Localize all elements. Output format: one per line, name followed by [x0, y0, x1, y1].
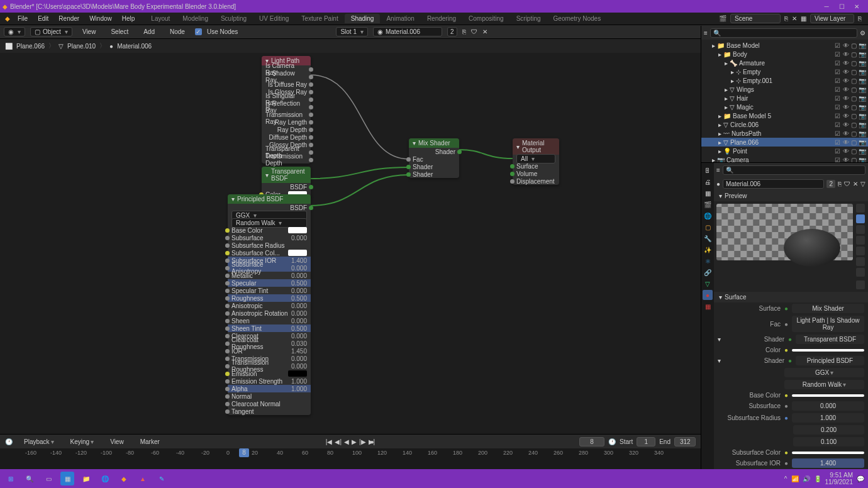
- play-rev-icon[interactable]: ◀: [344, 438, 349, 445]
- preview-section-header[interactable]: ▾ Preview: [714, 191, 868, 201]
- pv-fluid[interactable]: [856, 268, 865, 277]
- timeline-type-icon[interactable]: 🕐: [5, 438, 13, 445]
- jump-start-icon[interactable]: |◀: [326, 438, 333, 445]
- tab-particle[interactable]: ✨: [703, 245, 713, 255]
- tray-battery-icon[interactable]: 🔋: [814, 475, 821, 482]
- tray-up-icon[interactable]: ^: [784, 475, 787, 482]
- tree-row[interactable]: ▸📁Base Model 5☑👁▢📷: [701, 111, 868, 120]
- scene-input[interactable]: [730, 14, 781, 23]
- props-search[interactable]: 🔍: [723, 165, 865, 175]
- param-row[interactable]: Roughness0.500: [228, 294, 311, 302]
- param-row[interactable]: Subsurface Col...: [228, 249, 311, 257]
- tree-row[interactable]: ▸▽Plane.066☑👁▢📷: [701, 138, 868, 147]
- shader-value[interactable]: Principled BSDF: [796, 356, 864, 365]
- ws-uv[interactable]: UV Editing: [253, 14, 295, 23]
- fake-user-icon[interactable]: 🛡: [844, 180, 850, 187]
- pv-shader[interactable]: [856, 247, 865, 255]
- widgets-icon[interactable]: ▦: [60, 472, 74, 485]
- tree-row[interactable]: ▸▽Magic☑👁▢📷: [701, 103, 868, 111]
- tree-row[interactable]: ▸▽Wings☑👁▢📷: [701, 85, 868, 94]
- param-row[interactable]: Clearcoat Roughness0.030: [228, 340, 311, 347]
- ggx-dropdown[interactable]: GGX: [784, 368, 864, 377]
- viewlayer-new-icon[interactable]: ⎘: [858, 15, 862, 22]
- basecolor-value[interactable]: [792, 394, 864, 397]
- ws-modeling[interactable]: Modeling: [176, 14, 214, 23]
- tab-render[interactable]: 🎚: [703, 165, 713, 175]
- ws-shading[interactable]: Shading: [345, 14, 381, 23]
- param-row[interactable]: Subsurface Radius: [228, 241, 311, 249]
- node-principled-bsdf[interactable]: ▾Principled BSDF BSDF GGX Random Walk Ba…: [228, 194, 311, 415]
- tree-row[interactable]: ▸▽Circle.006☑👁▢📷: [701, 120, 868, 129]
- jump-end-icon[interactable]: ▶|: [369, 438, 376, 445]
- timeline-ruler[interactable]: 8 -160-140-120-100-80-60-40-200204060801…: [0, 448, 701, 461]
- tab-data[interactable]: ▽: [703, 279, 713, 289]
- material-users[interactable]: 2: [447, 27, 457, 36]
- timeline-keying[interactable]: Keying: [65, 437, 99, 446]
- fac-value[interactable]: Light Path | Is Shadow Ray: [792, 316, 864, 332]
- tree-row[interactable]: ▸🦴Armature☑👁▢📷: [701, 58, 868, 67]
- param-row[interactable]: Sheen0.000: [228, 317, 311, 324]
- current-frame-input[interactable]: [579, 437, 604, 446]
- mat-filter-icon[interactable]: ▽: [860, 180, 865, 187]
- ws-texture[interactable]: Texture Paint: [295, 14, 344, 23]
- menu-file[interactable]: File: [13, 14, 33, 23]
- material-unlink-icon[interactable]: ✕: [482, 28, 487, 35]
- tab-constraint[interactable]: 🔗: [703, 267, 713, 277]
- tree-row[interactable]: ▸📁Base Model☑👁▢📷: [701, 41, 868, 50]
- param-row[interactable]: Anisotropic Rotation0.000: [228, 309, 311, 317]
- clock-date[interactable]: 11/9/2021: [825, 479, 854, 485]
- pv-cube[interactable]: [856, 225, 865, 234]
- chrome-icon[interactable]: 🌐: [98, 472, 112, 485]
- header-select[interactable]: Select: [106, 27, 133, 36]
- node-material-output[interactable]: ▾Material Output All Surface Volume Disp…: [513, 138, 559, 185]
- pv-flat[interactable]: [856, 204, 865, 213]
- tab-world[interactable]: 🌐: [703, 211, 713, 221]
- maximize-button[interactable]: ☐: [838, 3, 845, 10]
- menu-help[interactable]: Help: [117, 14, 140, 23]
- tray-volume-icon[interactable]: 🔊: [803, 475, 810, 482]
- search-icon[interactable]: 🔍: [23, 472, 36, 485]
- menu-edit[interactable]: Edit: [33, 14, 53, 23]
- start-button[interactable]: ⊞: [4, 472, 18, 485]
- radius-value[interactable]: 1.000: [792, 413, 864, 423]
- rw-dropdown[interactable]: Random Walk: [784, 380, 864, 389]
- ws-sculpting[interactable]: Sculpting: [214, 14, 253, 23]
- param-row[interactable]: Base Color: [228, 226, 311, 234]
- tray-wifi-icon[interactable]: 📶: [791, 475, 799, 482]
- jump-next-icon[interactable]: |▶: [359, 438, 366, 445]
- pv-cloth[interactable]: [856, 257, 865, 266]
- header-node[interactable]: Node: [165, 27, 190, 36]
- outliner-search[interactable]: 🔍: [710, 28, 857, 38]
- param-row[interactable]: Normal: [228, 392, 311, 400]
- ws-compositing[interactable]: Compositing: [462, 14, 510, 23]
- viewlayer-input[interactable]: [810, 14, 854, 23]
- blender-taskbar-icon[interactable]: ◆: [117, 472, 131, 485]
- tree-row[interactable]: ▸💡Point☑👁▢📷: [701, 147, 868, 155]
- param-row[interactable]: Transmission Roughness0.000: [228, 362, 311, 370]
- explorer-icon[interactable]: 📁: [79, 472, 93, 485]
- tab-object[interactable]: ▢: [703, 222, 713, 232]
- surface-section-header[interactable]: ▾ Surface: [714, 292, 868, 302]
- color-value[interactable]: [792, 349, 864, 352]
- param-row[interactable]: Anisotropic0.000: [228, 302, 311, 309]
- param-row[interactable]: Emission: [228, 370, 311, 377]
- pv-hair[interactable]: [856, 236, 865, 245]
- shader-value[interactable]: Transparent BSDF: [796, 335, 864, 344]
- app-icon[interactable]: ▲: [136, 472, 150, 485]
- tree-row[interactable]: ▸▽Hair☑👁▢📷: [701, 94, 868, 103]
- header-add[interactable]: Add: [138, 27, 160, 36]
- timeline-playback[interactable]: Playback: [19, 437, 59, 446]
- tab-texture[interactable]: ▦: [703, 301, 713, 311]
- param-row[interactable]: Specular0.500: [228, 279, 311, 287]
- scene-delete-icon[interactable]: ✕: [792, 15, 797, 22]
- menu-window[interactable]: Window: [84, 14, 117, 23]
- unlink-mat-icon[interactable]: ✕: [853, 180, 858, 187]
- param-row[interactable]: Clearcoat Normal: [228, 400, 311, 408]
- ws-scripting[interactable]: Scripting: [510, 14, 547, 23]
- timeline-view[interactable]: View: [105, 437, 129, 446]
- param-row[interactable]: Subsurface0.000: [228, 234, 311, 241]
- ws-rendering[interactable]: Rendering: [421, 14, 462, 23]
- jump-prev-icon[interactable]: ◀|: [335, 438, 342, 445]
- tab-material[interactable]: ●: [703, 290, 713, 300]
- ws-layout[interactable]: Layout: [145, 14, 176, 23]
